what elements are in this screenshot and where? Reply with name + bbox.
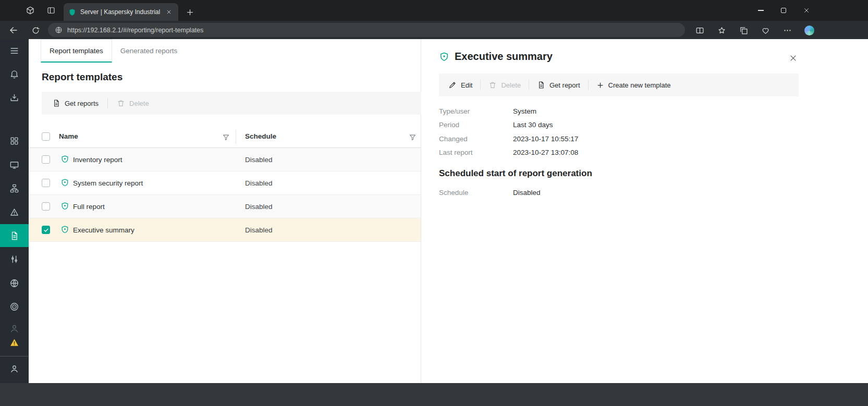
template-shield-icon bbox=[60, 155, 69, 164]
row-checkbox[interactable] bbox=[42, 179, 50, 187]
app-sidebar bbox=[0, 39, 29, 383]
property-row: Schedule Disabled bbox=[439, 186, 541, 200]
table-row[interactable]: System security report Disabled bbox=[29, 171, 421, 195]
copilot-icon[interactable] bbox=[800, 23, 818, 38]
sidebar-account-icon[interactable] bbox=[0, 357, 29, 380]
property-row: Changed 2023-10-17 10:55:17 bbox=[439, 132, 578, 146]
panel-close-icon[interactable] bbox=[787, 52, 799, 64]
sidebar-events-icon[interactable] bbox=[0, 201, 29, 224]
schedule-filter-icon[interactable] bbox=[407, 132, 418, 142]
sidebar-reports-icon[interactable] bbox=[0, 224, 29, 247]
sidebar-assets-icon[interactable] bbox=[0, 153, 29, 176]
detail-delete-button[interactable]: Delete bbox=[488, 81, 521, 89]
delete-button[interactable]: Delete bbox=[117, 99, 149, 107]
detail-title: Executive summary bbox=[455, 51, 553, 63]
address-bar: https://192.168.2.1/#/reporting/report-t… bbox=[0, 21, 868, 39]
create-new-template-button[interactable]: Create new template bbox=[596, 81, 671, 89]
schedule-section-title: Scheduled start of report generation bbox=[439, 168, 592, 179]
tab-generated-reports-label: Generated reports bbox=[120, 47, 178, 55]
edit-button[interactable]: Edit bbox=[448, 81, 472, 89]
toolbar-divider bbox=[107, 98, 108, 108]
vertical-tabs-icon[interactable] bbox=[44, 3, 58, 18]
url-bar[interactable]: https://192.168.2.1/#/reporting/report-t… bbox=[48, 23, 685, 37]
property-value: 2023-10-17 10:55:17 bbox=[513, 135, 578, 143]
property-value: Last 30 days bbox=[513, 121, 553, 129]
detail-delete-label: Delete bbox=[501, 81, 521, 89]
edit-label: Edit bbox=[461, 81, 472, 89]
tab-close-icon[interactable] bbox=[164, 7, 174, 17]
get-report-button[interactable]: Get report bbox=[537, 81, 580, 89]
sidebar-divider bbox=[0, 356, 29, 356]
page-tabs: Report templates Generated reports bbox=[29, 39, 421, 63]
delete-label: Delete bbox=[129, 100, 149, 107]
toolbar-divider bbox=[529, 80, 529, 90]
property-value: Disabled bbox=[513, 189, 541, 196]
select-all-checkbox[interactable] bbox=[42, 132, 50, 141]
sidebar-settings-icon[interactable] bbox=[0, 248, 29, 270]
row-schedule: Disabled bbox=[245, 156, 273, 164]
tab-strip: Server | Kaspersky Industrial Cyb bbox=[0, 0, 868, 21]
property-value: 2023-10-27 13:07:08 bbox=[513, 149, 578, 156]
window-maximize-button[interactable] bbox=[772, 0, 795, 21]
sidebar-updates-icon[interactable] bbox=[0, 87, 29, 109]
row-checkbox[interactable] bbox=[42, 202, 50, 211]
property-label: Type/user bbox=[439, 107, 513, 115]
site-globe-icon bbox=[55, 26, 63, 34]
back-icon[interactable] bbox=[6, 23, 21, 38]
property-label: Schedule bbox=[439, 189, 513, 196]
table-row[interactable]: Full report Disabled bbox=[29, 195, 421, 218]
name-filter-icon[interactable] bbox=[221, 132, 231, 142]
sidebar-notifications-icon[interactable] bbox=[0, 63, 29, 85]
table-header: Name Schedule bbox=[29, 126, 421, 148]
row-checkbox-checked[interactable] bbox=[42, 226, 50, 234]
browser-essentials-icon[interactable] bbox=[756, 23, 775, 38]
sidebar-menu-icon[interactable] bbox=[0, 39, 29, 62]
row-checkbox[interactable] bbox=[42, 155, 50, 164]
row-name: Inventory report bbox=[73, 156, 123, 164]
settings-more-icon[interactable] bbox=[778, 23, 797, 38]
browser-tab[interactable]: Server | Kaspersky Industrial Cyb bbox=[64, 3, 178, 21]
sidebar-topology-icon[interactable] bbox=[0, 177, 29, 200]
sidebar-dashboard-icon[interactable] bbox=[0, 129, 29, 152]
row-name: Executive summary bbox=[73, 226, 135, 234]
sidebar-network-icon[interactable] bbox=[0, 272, 29, 294]
detail-properties: Type/user System Period Last 30 days Cha… bbox=[439, 104, 578, 159]
detail-header: Executive summary bbox=[439, 51, 553, 63]
detail-panel: Executive summary Edit Delete bbox=[422, 39, 868, 383]
refresh-icon[interactable] bbox=[28, 23, 43, 38]
template-shield-icon bbox=[60, 178, 69, 187]
tab-report-templates[interactable]: Report templates bbox=[41, 39, 112, 63]
collections-icon[interactable] bbox=[734, 23, 753, 38]
report-file-icon bbox=[537, 81, 545, 89]
sidebar-warning-icon[interactable] bbox=[0, 331, 29, 354]
get-reports-button[interactable]: Get reports bbox=[52, 99, 99, 107]
list-toolbar: Get reports Delete bbox=[42, 92, 421, 115]
tab-title: Server | Kaspersky Industrial Cyb bbox=[80, 8, 160, 16]
property-row: Type/user System bbox=[439, 104, 578, 118]
desktop-background bbox=[0, 383, 868, 406]
tab-report-templates-label: Report templates bbox=[50, 47, 103, 55]
row-schedule: Disabled bbox=[245, 179, 273, 187]
create-new-template-label: Create new template bbox=[608, 81, 671, 89]
schedule-properties: Schedule Disabled bbox=[439, 186, 541, 200]
new-tab-button[interactable] bbox=[182, 5, 197, 19]
property-label: Period bbox=[439, 121, 513, 129]
sidebar-audit-icon[interactable] bbox=[0, 295, 29, 318]
trash-icon bbox=[488, 81, 497, 89]
split-screen-icon[interactable] bbox=[690, 23, 709, 38]
screen: Server | Kaspersky Industrial Cyb bbox=[0, 0, 868, 406]
template-shield-icon bbox=[439, 52, 449, 62]
favorites-icon[interactable] bbox=[712, 23, 731, 38]
window-minimize-button[interactable] bbox=[749, 0, 772, 21]
tab-generated-reports[interactable]: Generated reports bbox=[112, 39, 186, 63]
table-row[interactable]: Inventory report Disabled bbox=[29, 148, 421, 171]
url-text: https://192.168.2.1/#/reporting/report-t… bbox=[67, 27, 203, 34]
workspaces-icon[interactable] bbox=[23, 3, 38, 18]
window-controls bbox=[749, 0, 818, 21]
row-schedule: Disabled bbox=[245, 226, 273, 234]
window-close-button[interactable] bbox=[795, 0, 818, 21]
kaspersky-favicon-icon bbox=[68, 8, 76, 16]
detail-toolbar: Edit Delete Get report bbox=[439, 73, 799, 96]
table-row-selected[interactable]: Executive summary Disabled bbox=[29, 218, 421, 242]
row-schedule: Disabled bbox=[245, 203, 273, 211]
